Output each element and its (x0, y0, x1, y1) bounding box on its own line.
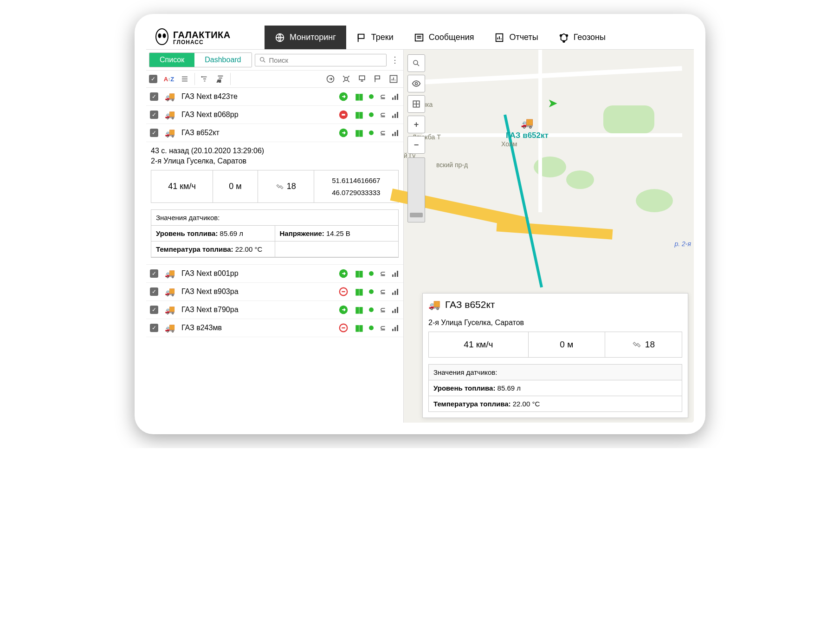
bars-icon[interactable] (392, 130, 400, 136)
row-checkbox[interactable]: ✓ (150, 324, 158, 332)
vehicle-row[interactable]: ✓ 🚚 ГАЗ Next в068рр ▮▮ ⊆ (146, 106, 403, 124)
row-checkbox[interactable]: ✓ (150, 306, 158, 314)
row-checkbox[interactable]: ✓ (150, 287, 158, 296)
pause-icon[interactable]: ▮▮ (355, 305, 362, 315)
status-stop-icon[interactable] (338, 323, 349, 333)
status-go-icon[interactable] (338, 91, 349, 102)
status-stop-icon[interactable] (338, 287, 349, 297)
signal-icon: ⊆ (380, 93, 386, 100)
pause-icon[interactable]: ▮▮ (355, 268, 362, 279)
tab-monitoring[interactable]: Мониторинг (265, 26, 346, 49)
top-nav: ГАЛАКТИКА ГЛОНАСС Мониторинг Треки (146, 26, 694, 50)
vehicle-detail: 43 с. назад (20.10.2020 13:29:06) 2-я Ул… (146, 142, 403, 265)
vehicle-row[interactable]: ✓ 🚚 ГАЗ Next в790ра ▮▮ ⊆ (146, 301, 403, 319)
online-dot-icon (369, 112, 374, 117)
filter-all-button[interactable]: All (213, 72, 227, 85)
detail-address: 2-я Улица Гуселка, Саратов (151, 157, 399, 165)
signal-icon: ⊆ (380, 270, 386, 277)
bars-icon[interactable] (392, 93, 400, 100)
signal-icon: ⊆ (380, 288, 386, 295)
online-dot-icon (369, 94, 374, 99)
vehicle-row[interactable]: ✓ 🚚 ГАЗ в652кт ▮▮ ⊆ (146, 124, 403, 142)
status-go-icon[interactable] (338, 305, 349, 315)
sensor-voltage: Напряжение: 14.25 В (275, 226, 399, 241)
filter-add-button[interactable] (198, 72, 212, 85)
map-controls: + − (407, 54, 425, 222)
tab-geofences[interactable]: Геозоны (549, 26, 616, 49)
bars-icon[interactable] (392, 307, 400, 313)
map-vehicle-name[interactable]: ГАЗ в652кт (506, 131, 549, 140)
tab-reports-label: Отчеты (509, 33, 538, 42)
col-satellite-button[interactable] (339, 72, 353, 85)
truck-icon: 🚚 (162, 323, 178, 333)
detail-timestamp: 43 с. назад (20.10.2020 13:29:06) (151, 147, 399, 155)
more-menu-icon[interactable]: ⋮ (389, 55, 401, 65)
subtab-dashboard[interactable]: Dashboard (194, 53, 251, 67)
popup-speed: 41 км/ч (429, 332, 529, 357)
pause-icon[interactable]: ▮▮ (355, 128, 362, 138)
vehicle-row[interactable]: ✓ 🚚 ГАЗ Next в903ра ▮▮ ⊆ (146, 283, 403, 301)
map-zoom-in-button[interactable]: + (407, 116, 425, 133)
svg-rect-4 (358, 34, 364, 38)
tab-tracks[interactable]: Треки (346, 26, 404, 49)
truck-icon: 🚚 (162, 91, 178, 102)
status-go-icon[interactable] (338, 128, 349, 138)
vehicle-name: ГАЗ Next в790ра (181, 306, 335, 314)
col-direction-button[interactable] (323, 72, 337, 85)
vehicle-name: ГАЗ Next в068рр (181, 111, 335, 119)
map-visibility-button[interactable] (407, 75, 425, 92)
search-box[interactable] (255, 54, 387, 66)
map-zoom-slider[interactable] (407, 157, 425, 222)
online-dot-icon (369, 326, 374, 330)
col-chart-button[interactable] (387, 72, 401, 85)
tab-reports[interactable]: Отчеты (484, 26, 548, 49)
tab-messages[interactable]: Сообщения (404, 26, 485, 49)
subtab-group: Список Dashboard (149, 52, 252, 67)
col-device-button[interactable] (355, 72, 369, 85)
detail-speed: 41 км/ч (151, 170, 213, 202)
select-all-checkbox[interactable]: ✓ (149, 75, 157, 83)
pause-icon[interactable]: ▮▮ (355, 323, 362, 333)
status-stop-icon[interactable] (338, 110, 349, 120)
status-go-icon[interactable] (338, 268, 349, 279)
map-zoom-out-button[interactable]: − (407, 136, 425, 154)
bars-icon[interactable] (392, 270, 400, 277)
vehicle-row[interactable]: ✓ 🚚 ГАЗ Next в423те ▮▮ ⊆ (146, 88, 403, 106)
search-input[interactable] (269, 56, 382, 64)
globe-icon (275, 33, 285, 43)
svg-rect-19 (342, 114, 345, 116)
svg-point-10 (260, 58, 264, 61)
truck-icon: 🚚 (428, 299, 440, 310)
search-icon (259, 56, 266, 64)
vehicle-name: ГАЗ в652кт (181, 129, 335, 137)
alien-logo-icon (155, 28, 169, 47)
pause-icon[interactable]: ▮▮ (355, 110, 362, 120)
pause-icon[interactable]: ▮▮ (355, 287, 362, 297)
bars-icon[interactable] (392, 111, 400, 118)
list-view-button[interactable] (178, 72, 192, 85)
map-layers-button[interactable] (407, 95, 425, 113)
bars-icon[interactable] (392, 325, 400, 331)
satellite-icon (632, 340, 641, 349)
sensor-fueltemp: Температура топлива: 22.00 °C (151, 241, 275, 257)
bars-icon[interactable] (392, 288, 400, 295)
map-search-button[interactable] (407, 54, 425, 72)
sort-az-button[interactable]: A↕Z (162, 72, 176, 85)
vehicle-marker-icon[interactable]: 🚚 (521, 117, 533, 129)
row-checkbox[interactable]: ✓ (150, 269, 158, 278)
vehicle-popup: 🚚 ГАЗ в652кт 2-я Улица Гуселка, Саратов … (422, 293, 688, 418)
detail-altitude: 0 м (213, 170, 258, 202)
subtab-list[interactable]: Список (149, 53, 194, 67)
truck-icon: 🚚 (162, 305, 178, 315)
col-flag-button[interactable] (371, 72, 385, 85)
vehicle-row[interactable]: ✓ 🚚 ГАЗ в243мв ▮▮ ⊆ (146, 319, 403, 337)
map-panel[interactable]: Гуселка Дружба Т Холм вский пр-д й Гу р.… (404, 50, 694, 423)
popup-sensor-fueltemp: Температура топлива: 22.00 °C (429, 396, 682, 411)
pause-icon[interactable]: ▮▮ (355, 91, 362, 102)
row-checkbox[interactable]: ✓ (150, 111, 158, 119)
vehicle-row[interactable]: ✓ 🚚 ГАЗ Next в001рр ▮▮ ⊆ (146, 265, 403, 283)
row-checkbox[interactable]: ✓ (150, 92, 158, 101)
row-checkbox[interactable]: ✓ (150, 129, 158, 137)
truck-icon: 🚚 (162, 110, 178, 120)
signal-icon: ⊆ (380, 111, 386, 118)
